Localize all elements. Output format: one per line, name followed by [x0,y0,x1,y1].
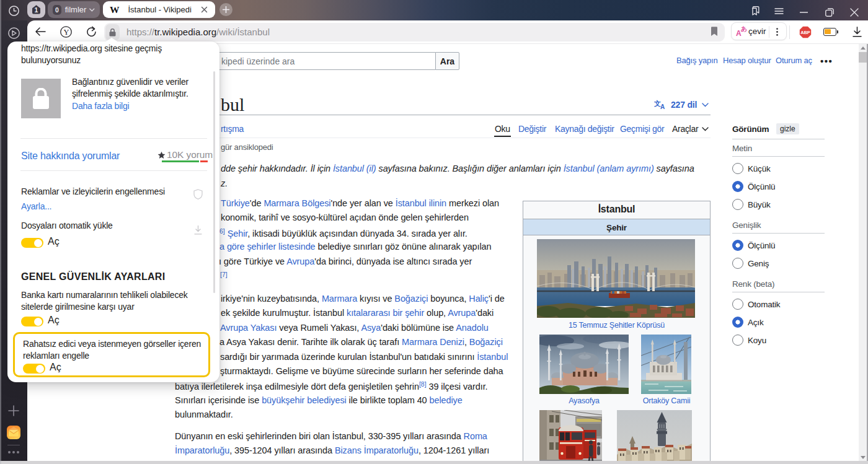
article-link[interactable]: İstanbul [477,352,508,362]
scrollbar-thumb[interactable] [859,52,867,63]
menu-hamburger-icon[interactable] [774,8,784,14]
article-link[interactable]: İmparatorluğu [175,445,229,455]
tab-talk[interactable]: rtışma [221,124,244,134]
radio-option-koyu[interactable]: Koyu [732,335,766,346]
radio-icon-checked[interactable] [732,240,743,251]
tab-read[interactable]: Oku [495,124,510,134]
battery-icon[interactable] [823,28,836,36]
download-icon[interactable] [852,27,862,37]
ayasofya-image[interactable] [539,335,629,394]
article-link[interactable]: Marmara Bölgesi [264,198,330,208]
galata-image[interactable] [617,410,692,461]
tab-group-filmler-chip[interactable]: 0 filmler [48,1,100,18]
window-minimize-icon[interactable] [800,12,808,13]
tab-group-active-chip[interactable]: 1 [27,1,45,18]
yandex-mail-app-icon[interactable] [7,426,20,439]
article-link[interactable]: a göre şehirler listesinde [219,242,316,252]
tab-history[interactable]: Geçmişi gör [620,124,664,134]
radio-icon[interactable] [732,163,743,174]
article-link[interactable]: Marmara [322,294,357,304]
sidebar-more-icon[interactable] [8,451,19,455]
bridge-panorama-image[interactable] [537,239,695,318]
article-link[interactable]: İstanbul (anlam ayrımı) [564,164,654,173]
configure-ads-link[interactable]: Ayarla... [21,201,51,211]
article-link[interactable]: Asya [361,323,381,333]
sidebar-add-icon[interactable] [8,405,19,416]
infobox-caption-ortakoy[interactable]: Ortaköy Camii [623,396,710,405]
radio-icon[interactable] [732,299,743,310]
tab-edit[interactable]: Değiştir [518,124,546,134]
article-text[interactable]: [7] [220,271,228,278]
article-link[interactable]: Boğaziçi [469,337,503,347]
article-link[interactable]: İstanbul ilinin [396,198,446,208]
popup-scrollbar[interactable] [213,71,215,293]
autoload-toggle[interactable] [21,238,43,248]
window-restore-icon[interactable] [825,8,834,17]
language-selector[interactable]: 文 A 227 dil [654,100,709,110]
article-link[interactable]: Haliç [469,294,489,304]
article-link[interactable]: Avrupa [448,308,476,318]
reload-icon[interactable] [86,26,97,37]
appearance-hide-button[interactable]: gizle [776,123,799,134]
kebab-menu-icon[interactable] [776,28,778,36]
page-scrollbar[interactable] [859,44,867,461]
article-link[interactable]: kıtalararası bir şehir [347,308,424,318]
create-account-link[interactable]: Hesap oluştur [723,56,771,65]
radio-icon-checked[interactable] [732,181,743,192]
radio-option-buyuk[interactable]: Büyük [732,199,771,210]
adblock-plus-icon[interactable]: ABP [799,26,812,38]
sidebar-panel-toggle-icon[interactable] [8,27,20,39]
bookmark-flag-icon[interactable] [711,27,718,37]
article-link[interactable]: Boğaziçi [394,294,428,304]
article-link[interactable]: Roma [464,431,487,441]
radio-icon[interactable] [732,199,743,210]
history-clock-icon[interactable] [9,6,19,16]
scroll-down-arrow[interactable] [861,456,866,459]
user-menu-ellipsis[interactable]: ••• [820,56,833,66]
search-input[interactable] [216,52,435,70]
radio-option-olcunlu-width[interactable]: Ölçünlü [732,240,775,251]
window-close-icon[interactable] [850,8,859,17]
radio-icon[interactable] [732,335,743,346]
article-text[interactable]: [8] [419,380,427,388]
more-info-link[interactable]: Daha fazla bilgi [72,101,130,111]
radio-option-otomatik[interactable]: Otomatik [732,299,780,310]
infobox-caption-bridge[interactable]: 15 Temmuz Şehitler Köprüsü [523,321,710,330]
article-link[interactable]: Marmara Denizi [402,337,464,347]
radio-option-acik[interactable]: Açık [732,317,763,328]
login-link[interactable]: Oturum aç [776,56,812,65]
active-tab[interactable]: W İstanbul - Vikipedi [103,1,215,18]
back-arrow-icon[interactable] [35,27,46,36]
yandex-y-icon[interactable]: Y [60,26,72,38]
bookmarks-panel-icon[interactable] [750,6,762,15]
article-link[interactable]: Şehir [228,228,248,238]
article-link[interactable]: Avrupa Yakası [220,323,277,333]
scroll-up-arrow[interactable] [861,46,866,50]
radio-icon-checked[interactable] [732,317,743,328]
article-link[interactable]: Türkiye [221,198,250,208]
radio-option-kucuk[interactable]: Küçük [732,163,771,174]
site-reviews-link[interactable]: Site hakkında yorumlar [21,151,120,162]
tram-image[interactable] [539,410,602,461]
article-link[interactable]: Anadolu [456,323,489,333]
radio-option-genis[interactable]: Geniş [732,258,769,269]
article-text[interactable]: 6] [219,227,225,235]
url-field[interactable]: https://tr.wikipedia.org/wiki/İstanbul [104,23,725,42]
donate-link[interactable]: Bağış yapın [676,56,717,65]
tab-tools[interactable]: Araçlar [672,124,698,134]
radio-option-olcunlu-text[interactable]: Ölçünlü [732,181,775,192]
translate-button[interactable]: A あ çevir [731,22,787,40]
article-link[interactable]: belediye [430,395,463,405]
annoying-ads-toggle[interactable] [23,364,45,374]
tab-close-icon[interactable] [201,6,208,13]
tab-edit-source[interactable]: Kaynağı değiştir [555,124,614,134]
article-link[interactable]: İstanbul (il) [333,164,376,173]
article-link[interactable]: Bizans İmparatorluğu [335,445,418,455]
reviews-badge[interactable]: 10K yorum [157,149,213,160]
radio-icon[interactable] [732,258,743,269]
ortakoy-image[interactable] [641,335,691,394]
infobox-caption-ayasofya[interactable]: Ayasofya [539,396,629,405]
article-link[interactable]: büyükşehir belediyesi [262,395,347,405]
new-tab-button[interactable] [219,3,232,16]
article-link[interactable]: Avrupa [286,256,314,266]
